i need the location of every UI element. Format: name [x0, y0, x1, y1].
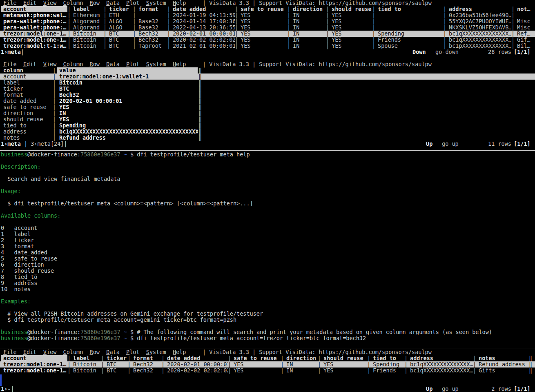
- cell-format[interactable]: Base32: [136, 18, 167, 24]
- cell-column[interactable]: notes: [1, 135, 52, 141]
- table-row[interactable]: tied_to|Spending‖: [0, 122, 535, 129]
- table-row[interactable]: notes|Refund address‖: [0, 135, 535, 141]
- cell-column[interactable]: direction: [1, 110, 52, 116]
- cell-safe-to-reuse[interactable]: YES: [238, 24, 287, 31]
- cell-should-reuse[interactable]: YES: [329, 31, 372, 37]
- cell-label[interactable]: Algorand: [71, 18, 103, 24]
- cell-ticker[interactable]: BTC: [104, 368, 127, 374]
- cell-account[interactable]: pera-wallet:phone:…: [1, 18, 67, 24]
- table-row[interactable]: direction|IN‖: [0, 110, 535, 116]
- table-row[interactable]: metamask:phone:wal…|Ethereum|ETH||2024-0…: [0, 12, 535, 18]
- column-header-ticker[interactable]: ticker: [107, 6, 133, 12]
- cell-date-added[interactable]: 2020-02-01 00:00:01: [170, 31, 235, 37]
- cell-direction[interactable]: IN: [290, 12, 326, 18]
- cell-tied-to[interactable]: Spouse: [375, 43, 443, 49]
- menu-item-view[interactable]: View: [43, 61, 57, 67]
- table-row[interactable]: ticker|BTC‖: [0, 86, 535, 92]
- cell-safe-to-reuse[interactable]: YES: [238, 43, 287, 49]
- column-header-not[interactable]: not…: [515, 6, 534, 12]
- cell-ticker[interactable]: BTC: [107, 31, 133, 37]
- cell-direction[interactable]: IN: [290, 18, 326, 24]
- cell-not[interactable]: [515, 12, 534, 18]
- cell-date-added[interactable]: 2020-02-02 02:02:02: [170, 37, 235, 43]
- cell-should-reuse[interactable]: YES: [329, 43, 372, 49]
- table-row[interactable]: pera-wallet:phone:…|Algorand|ALGO|Base32…: [0, 18, 535, 24]
- column-header-safe-to-reuse[interactable]: safe to reuse: [231, 355, 281, 361]
- cell-account[interactable]: trezor:model:t-1:w…: [1, 43, 67, 49]
- cell-should-reuse[interactable]: YES: [329, 37, 372, 43]
- cell-address[interactable]: bc1qXXXXXXXXXXXXXX…: [408, 361, 473, 368]
- cell-safe-to-reuse[interactable]: YES: [231, 361, 281, 368]
- cell-column[interactable]: should_reuse: [1, 116, 52, 122]
- cell-direction[interactable]: IN: [290, 31, 326, 37]
- cell-ticker[interactable]: BTC: [107, 37, 133, 43]
- cell-should-reuse[interactable]: YES: [329, 24, 372, 31]
- column-header-notes[interactable]: notes: [476, 355, 528, 361]
- table-row[interactable]: date_added|2020-02-01 00:00:01‖: [0, 98, 535, 104]
- menu-item-help[interactable]: Help: [173, 0, 186, 6]
- column-header-safe-to-reuse[interactable]: safe to reuse: [238, 6, 287, 12]
- cell-should-reuse[interactable]: YES: [321, 368, 367, 374]
- cell-date-added[interactable]: 2020-02-01 00:00:01: [165, 361, 228, 368]
- menu-item-data[interactable]: Data: [106, 349, 120, 355]
- menu-item-column[interactable]: Column: [63, 61, 83, 67]
- menu-item-edit[interactable]: Edit: [23, 0, 37, 6]
- cell-address[interactable]: NKXSKLVZ5OHFEXDAVB…: [446, 24, 511, 31]
- column-header-address[interactable]: address: [408, 355, 473, 361]
- column-header-value[interactable]: value: [57, 67, 198, 74]
- cell-label[interactable]: Ethereum: [71, 12, 103, 18]
- cell-direction[interactable]: IN: [290, 24, 326, 31]
- cell-value[interactable]: YES: [57, 116, 198, 122]
- cell-ticker[interactable]: BTC: [107, 43, 133, 49]
- menu-item-help[interactable]: Help: [173, 349, 186, 355]
- cell-date-added[interactable]: 2024-01-14 17:00:36: [170, 18, 235, 24]
- cell-column[interactable]: format: [1, 92, 52, 98]
- column-header-ticker[interactable]: ticker: [104, 355, 127, 361]
- cell-should-reuse[interactable]: YES: [329, 18, 372, 24]
- cell-label[interactable]: Algorand: [71, 24, 103, 31]
- cell-format[interactable]: Bech32: [136, 37, 167, 43]
- cell-value[interactable]: Bech32: [57, 92, 198, 98]
- column-header-account[interactable]: account: [1, 355, 67, 361]
- column-header-address[interactable]: address: [446, 6, 511, 12]
- column-header-format[interactable]: format: [136, 6, 167, 12]
- cell-label[interactable]: Bitcoin: [71, 43, 103, 49]
- cell-should-reuse[interactable]: YES: [329, 12, 372, 18]
- cell-address[interactable]: bc1qXXXXXXXXXXXXXX…: [408, 368, 473, 374]
- menu-item-file[interactable]: File: [3, 0, 17, 6]
- column-header-tied-to[interactable]: tied to: [375, 6, 443, 12]
- table-row[interactable]: pera-wallet:phone:…|Algorand|ALGO|Base32…: [0, 24, 535, 31]
- cell-direction[interactable]: IN: [284, 368, 318, 374]
- table-row[interactable]: trezor:model:one-1…|Bitcoin|BTC|Bech32|2…: [0, 361, 535, 368]
- table-row[interactable]: trezor:model:one-1…|Bitcoin|BTC|Bech32|2…: [0, 368, 535, 374]
- cell-account[interactable]: trezor:model:one-1…: [1, 361, 67, 368]
- cell-label[interactable]: Bitcoin: [71, 361, 101, 368]
- table-row[interactable]: trezor:model:t-1:w…|Bitcoin|BTC|Taproot|…: [0, 43, 535, 49]
- table-row[interactable]: trezor:model:one-1…|Bitcoin|BTC|Bech32|2…: [0, 37, 535, 43]
- menu-item-system[interactable]: System: [146, 61, 166, 67]
- cell-ticker[interactable]: ETH: [107, 12, 133, 18]
- table-row[interactable]: address|bc1qXXXXXXXXXXXXXXXXXXXXXXXXXXXX…: [0, 129, 535, 135]
- cell-direction[interactable]: IN: [284, 361, 318, 368]
- cell-direction[interactable]: IN: [290, 43, 326, 49]
- menu-item-row[interactable]: Row: [90, 0, 100, 6]
- cell-should-reuse[interactable]: YES: [321, 361, 367, 368]
- menu-item-plot[interactable]: Plot: [126, 349, 140, 355]
- column-header-direction[interactable]: direction: [290, 6, 326, 12]
- cell-tied-to[interactable]: Friends: [375, 37, 443, 43]
- cell-account[interactable]: trezor:model:one-1…: [1, 368, 67, 374]
- cell-notes[interactable]: Gifts: [476, 368, 528, 374]
- cell-tied-to[interactable]: [375, 18, 443, 24]
- menu-item-view[interactable]: View: [43, 349, 57, 355]
- table-row[interactable]: safe_to_reuse|YES‖: [0, 104, 535, 110]
- menu-item-file[interactable]: File: [3, 61, 17, 67]
- menu-item-data[interactable]: Data: [106, 61, 120, 67]
- cell-tied-to[interactable]: Spending: [375, 31, 443, 37]
- table-row[interactable]: label|Bitcoin‖: [0, 80, 535, 86]
- menu-item-row[interactable]: Row: [90, 61, 100, 67]
- cell-value[interactable]: Refund address: [57, 135, 198, 141]
- cell-value[interactable]: 2020-02-01 00:00:01: [57, 98, 198, 104]
- menu-item-row[interactable]: Row: [90, 349, 100, 355]
- cell-value[interactable]: bc1qXXXXXXXXXXXXXXXXXXXXXXXXXXXXXXXXXXXX…: [57, 129, 198, 135]
- cell-account[interactable]: trezor:model:one-1…: [1, 31, 67, 37]
